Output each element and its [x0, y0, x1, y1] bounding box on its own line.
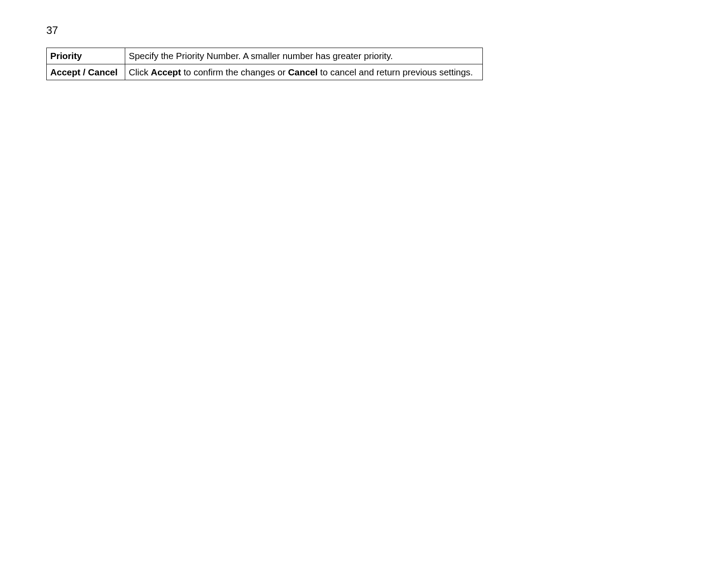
table-row: Priority Specify the Priority Number. A …: [47, 48, 483, 64]
page-number: 37: [46, 24, 58, 37]
row-desc-priority: Specify the Priority Number. A smaller n…: [125, 48, 483, 64]
settings-table: Priority Specify the Priority Number. A …: [46, 48, 483, 80]
row-desc-accept-cancel: Click Accept to confirm the changes or C…: [125, 64, 483, 80]
row-label-accept-cancel: Accept / Cancel: [47, 64, 125, 80]
row-label-priority: Priority: [47, 48, 125, 64]
table-row: Accept / Cancel Click Accept to confirm …: [47, 64, 483, 80]
